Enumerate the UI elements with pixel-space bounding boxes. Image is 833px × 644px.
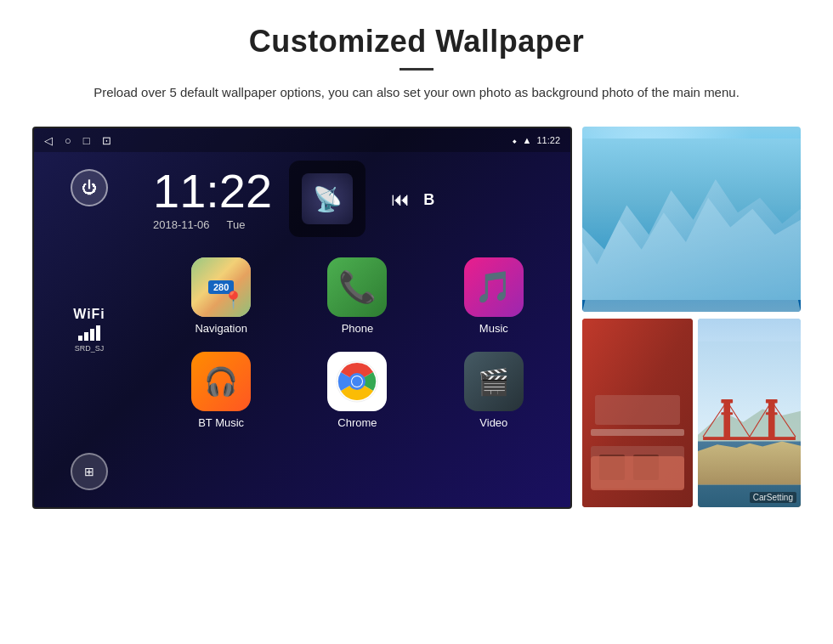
media-controls: ⏮ B — [382, 189, 434, 211]
navigation-icon: 280 📍 — [191, 257, 251, 317]
clock-date: 2018-11-06 Tue — [153, 218, 272, 231]
wifi-status-icon: ▲ — [523, 135, 532, 145]
svg-rect-21 — [721, 412, 733, 415]
screenshot-icon[interactable]: ⊡ — [102, 134, 111, 147]
ice-cave-image — [582, 127, 801, 312]
bluetooth-label: B — [423, 191, 434, 209]
clock-area: 11:22 2018-11-06 Tue 📡 ⏮ B — [144, 152, 570, 244]
wifi-label: WiFi — [73, 307, 105, 322]
clock-status: 11:22 — [536, 135, 560, 145]
wifi-widget: WiFi SRD_SJ — [73, 307, 105, 353]
radio-signal-icon: 📡 — [313, 185, 343, 213]
nav-buttons: ◁ ○ □ ⊡ — [44, 134, 111, 147]
bar-3 — [90, 329, 94, 341]
svg-rect-9 — [591, 429, 684, 436]
radio-icon: 📡 — [302, 173, 353, 224]
device-screen: ◁ ○ □ ⊡ ⬥ ▲ 11:22 ⏻ WiFi — [32, 127, 572, 509]
svg-point-4 — [352, 376, 362, 387]
date-display: 2018-11-06 — [153, 218, 210, 231]
chrome-icon — [327, 352, 387, 411]
wallpaper-bridge[interactable]: CarSetting — [698, 319, 801, 507]
page-title: Customized Wallpaper — [68, 24, 765, 59]
bar-4 — [96, 325, 100, 341]
bar-2 — [84, 332, 88, 341]
app-music[interactable]: 🎵 Music — [426, 249, 562, 343]
recents-icon[interactable]: □ — [83, 134, 90, 147]
power-button[interactable]: ⏻ — [71, 169, 108, 206]
bridge-svg — [698, 319, 801, 507]
status-indicators: ⬥ ▲ 11:22 — [512, 135, 560, 145]
chrome-label: Chrome — [337, 416, 377, 429]
video-label: Video — [479, 416, 507, 429]
svg-rect-13 — [595, 395, 680, 425]
wifi-ssid: SRD_SJ — [75, 344, 105, 353]
main-content: 11:22 2018-11-06 Tue 📡 ⏮ B — [144, 152, 570, 507]
svg-marker-17 — [698, 441, 801, 484]
svg-rect-24 — [766, 412, 778, 415]
app-chrome[interactable]: Chrome — [289, 343, 425, 438]
chrome-svg — [335, 359, 379, 404]
bt-music-label: BT Music — [198, 416, 244, 429]
prev-track-button[interactable]: ⏮ — [391, 189, 410, 211]
apps-drawer-button[interactable]: ⊞ — [71, 453, 108, 490]
app-bt-music[interactable]: 🎧 BT Music — [153, 343, 289, 438]
phone-icon: 📞 — [327, 257, 387, 317]
svg-rect-18 — [703, 437, 796, 440]
navigation-label: Navigation — [195, 322, 246, 335]
bar-1 — [78, 336, 82, 341]
svg-rect-12 — [633, 455, 659, 480]
wallpaper-previews: CarSetting — [582, 127, 801, 509]
phone-label: Phone — [342, 322, 374, 335]
app-navigation[interactable]: 280 📍 Navigation — [153, 249, 289, 343]
svg-rect-10 — [591, 446, 684, 489]
location-icon: ⬥ — [512, 135, 518, 145]
wifi-signal-bars — [78, 325, 100, 341]
main-container: ◁ ○ □ ⊡ ⬥ ▲ 11:22 ⏻ WiFi — [0, 127, 833, 509]
clock-display: 11:22 — [153, 167, 272, 215]
status-bar: ◁ ○ □ ⊡ ⬥ ▲ 11:22 — [34, 128, 570, 152]
app-phone[interactable]: 📞 Phone — [289, 249, 425, 343]
clock-block: 11:22 2018-11-06 Tue — [153, 167, 272, 231]
day-display: Tue — [227, 218, 246, 231]
nav-pin-icon: 📍 — [223, 290, 244, 310]
red-wallpaper-svg — [582, 319, 693, 507]
bt-music-icon: 🎧 — [191, 352, 251, 411]
page-header: Customized Wallpaper Preload over 5 defa… — [0, 0, 833, 118]
page-description: Preload over 5 default wallpaper options… — [68, 82, 765, 103]
radio-widget[interactable]: 📡 — [289, 161, 366, 237]
wallpaper-red[interactable] — [582, 319, 693, 507]
home-icon[interactable]: ○ — [65, 134, 71, 147]
ice-cave-svg — [582, 127, 801, 312]
music-icon: 🎵 — [464, 257, 524, 317]
carsetting-label: CarSetting — [750, 492, 796, 503]
svg-rect-11 — [599, 455, 625, 480]
wallpaper-ice-cave[interactable] — [582, 127, 801, 312]
app-video[interactable]: 🎬 Video — [426, 343, 562, 438]
title-divider — [400, 68, 434, 71]
video-icon: 🎬 — [464, 352, 524, 411]
back-icon[interactable]: ◁ — [44, 134, 53, 147]
music-label: Music — [479, 322, 508, 335]
wallpaper-bottom-row: CarSetting — [582, 319, 801, 507]
left-sidebar: ⏻ WiFi SRD_SJ ⊞ — [34, 152, 144, 507]
app-grid: 280 📍 Navigation 📞 Phone 🎵 — [144, 244, 570, 443]
chrome-ring — [335, 359, 379, 404]
